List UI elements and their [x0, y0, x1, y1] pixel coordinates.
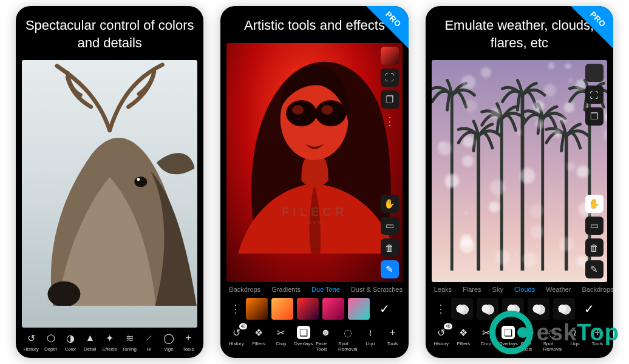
rail-button[interactable]: 🗑 — [381, 238, 399, 257]
svg-rect-10 — [477, 136, 480, 271]
tool-vign[interactable]: ◯Vign — [160, 331, 178, 352]
logo-text: eskTop — [537, 320, 619, 346]
tool-icon: ≀ — [364, 326, 377, 339]
gradient-swatch[interactable] — [348, 298, 370, 320]
chip-weather[interactable]: Weather — [546, 286, 571, 293]
tool-icon: ❏ — [297, 326, 310, 339]
tool-depth[interactable]: ⬡Depth — [41, 331, 59, 352]
tool-label: Crop — [276, 341, 286, 346]
rail-button[interactable]: ▭ — [585, 217, 604, 235]
tool-history[interactable]: 40↺History — [226, 326, 246, 352]
chip-backdrops[interactable]: Backdrops — [229, 286, 260, 293]
tool-label: Liqu — [365, 341, 375, 346]
tool-icon: ▲ — [83, 331, 97, 345]
category-chips: BackdropsGradientsDuo ToneDust & Scratch… — [220, 282, 408, 295]
rail-button[interactable]: ❐ — [381, 90, 399, 109]
side-rail-bottom: ✋▭🗑✎ — [585, 195, 604, 278]
tool-color[interactable]: ◑Color — [61, 331, 80, 352]
tool-label: Detail — [84, 346, 96, 352]
tool-label: History — [229, 341, 244, 346]
confirm-button[interactable]: ✓ — [373, 298, 395, 320]
swatch-strip: ⋮✓ — [220, 295, 408, 322]
side-rail-top: ⛶❐⋮ — [585, 64, 604, 147]
tool-icon: ≋ — [123, 331, 136, 345]
rail-button[interactable]: ⋮ — [381, 112, 399, 130]
gradient-swatch[interactable] — [297, 298, 319, 320]
svg-rect-13 — [541, 119, 544, 271]
tool-icon: ↺ — [24, 331, 38, 345]
rail-button[interactable] — [585, 64, 604, 82]
tool-face-tools[interactable]: ☻Face Tools — [316, 326, 335, 352]
rail-button[interactable]: ⛶ — [381, 69, 399, 87]
woman-illustration — [226, 43, 402, 282]
chip-flares[interactable]: Flares — [463, 286, 481, 293]
chip-dust-scratches[interactable]: Dust & Scratches — [351, 286, 403, 293]
chip-leaks[interactable]: Leaks — [434, 286, 452, 293]
tool-icon: ⬡ — [44, 331, 58, 345]
tool-tools[interactable]: +Tools — [179, 331, 197, 352]
pro-label: PRO — [384, 10, 403, 29]
chip-backdrops[interactable]: Backdrops — [582, 286, 613, 293]
gradient-swatch[interactable] — [271, 298, 293, 320]
chip-gradients[interactable]: Gradients — [271, 286, 301, 293]
tool-label: H/ — [146, 346, 151, 352]
more-icon[interactable]: ⋮ — [229, 302, 242, 315]
tool-overlays[interactable]: ❏Overlays — [294, 326, 313, 352]
rail-button[interactable]: ❐ — [585, 107, 604, 126]
canvas-deer — [22, 60, 197, 328]
chip-sky[interactable]: Sky — [492, 286, 503, 293]
gradient-swatch[interactable] — [322, 298, 344, 320]
tool-label: Effects — [103, 346, 117, 352]
tool-filters[interactable]: ❖Filters — [454, 326, 473, 352]
rail-button[interactable]: ⋮ — [585, 129, 604, 147]
tool-label: Tools — [387, 341, 398, 346]
tool-label: History — [24, 346, 39, 352]
palms-illustration — [432, 60, 607, 282]
logo-circle-icon — [489, 311, 533, 354]
tool-label: Depth — [44, 346, 57, 352]
svg-point-0 — [134, 177, 147, 187]
gradient-swatch[interactable] — [246, 298, 268, 320]
tool-label: Tools — [183, 346, 194, 352]
tool-label: Overlays — [294, 341, 313, 346]
rail-button[interactable]: ✋ — [585, 195, 604, 213]
screenshot-1: Spectacular control of colors and detail… — [16, 6, 203, 358]
tool-effects[interactable]: ✦Effects — [101, 331, 119, 352]
category-chips: LeaksFlaresSkyCloudsWeatherBackdrops — [426, 282, 613, 295]
rail-button[interactable]: ✎ — [585, 260, 604, 278]
more-icon[interactable]: ⋮ — [434, 302, 447, 315]
rail-button[interactable]: 🗑 — [585, 238, 604, 257]
tool-history[interactable]: 40↺History — [432, 326, 451, 352]
brand-logo: eskTop — [489, 311, 619, 354]
pro-label: PRO — [588, 10, 608, 29]
cloud-thumb[interactable] — [451, 298, 473, 320]
tool-crop[interactable]: ✂Crop — [271, 326, 291, 352]
svg-point-7 — [292, 105, 304, 114]
tool-tools[interactable]: +Tools — [383, 326, 403, 352]
side-rail-bottom: ✋▭🗑✎ — [381, 195, 399, 278]
tool-history[interactable]: ↺History — [22, 331, 40, 352]
tool-icon: ✂ — [274, 326, 288, 339]
rail-button[interactable] — [381, 47, 399, 65]
tool-label: Color — [64, 346, 76, 352]
tool-liqu[interactable]: ≀Liqu — [361, 326, 380, 352]
tool-icon: ◑ — [64, 331, 77, 345]
tool-filters[interactable]: ❖Filters — [249, 326, 268, 352]
tool-label: Spot Removal — [338, 341, 358, 352]
tool-detail[interactable]: ▲Detail — [81, 331, 99, 352]
tool-icon: ◯ — [162, 331, 175, 345]
chip-duo-tone[interactable]: Duo Tone — [311, 286, 340, 293]
tool-icon: ☻ — [319, 326, 332, 339]
rail-button[interactable]: ⛶ — [585, 86, 604, 104]
tool-spot-removal[interactable]: ◌Spot Removal — [338, 326, 358, 352]
tool-toning[interactable]: ≋Toning — [120, 331, 138, 352]
rail-button[interactable]: ▭ — [381, 217, 399, 235]
rail-button[interactable]: ✎ — [381, 260, 399, 278]
tool-icon: ✦ — [103, 331, 117, 345]
chip-clouds[interactable]: Clouds — [514, 286, 535, 293]
tool-label: Filters — [252, 341, 265, 346]
tool-icon: ⟋ — [142, 331, 155, 345]
rail-button[interactable]: ✋ — [381, 195, 399, 213]
tool-icon: ◌ — [341, 326, 355, 339]
tool-h-[interactable]: ⟋H/ — [140, 331, 158, 352]
